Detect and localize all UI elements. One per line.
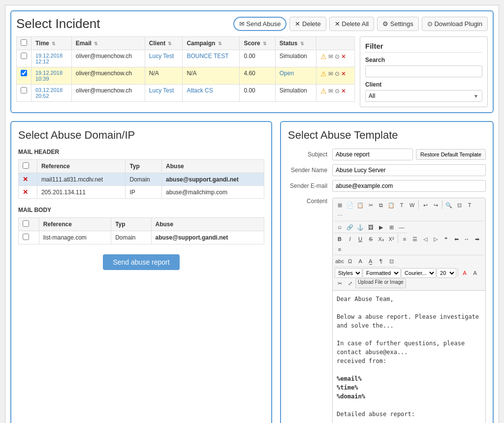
- row2-close-icon[interactable]: ✕: [341, 70, 346, 77]
- row1-status: Simulation: [275, 50, 316, 67]
- dhr1-x-btn[interactable]: ✕: [23, 176, 28, 183]
- row1-campaign-link[interactable]: BOUNCE TEST: [187, 53, 228, 60]
- body-select-all[interactable]: [23, 220, 29, 227]
- editor-content[interactable]: Dear Abuse Team, Below a abuse report. P…: [333, 291, 485, 423]
- subject-input[interactable]: [332, 149, 413, 160]
- anchor-btn[interactable]: ⚓: [355, 222, 365, 232]
- styles-select[interactable]: Styles: [335, 268, 362, 278]
- row1-client: Lucy Test: [145, 50, 183, 67]
- new-btn[interactable]: 📄: [345, 200, 355, 210]
- link-btn[interactable]: 🔗: [345, 222, 355, 232]
- templates-btn[interactable]: 📋: [355, 200, 365, 210]
- row3-checkbox[interactable]: [21, 87, 27, 93]
- download-plugin-button[interactable]: ⊙ Download Plugin: [422, 17, 488, 31]
- domain-col-reference: Reference: [37, 160, 126, 173]
- row3-score: 0.00: [240, 85, 275, 102]
- table-row: 03.12.201820:52 oliver@muenchow.ch Lucy …: [17, 85, 355, 102]
- settings-button[interactable]: ⚙ Settings: [377, 17, 419, 31]
- row1-circle-icon: ⊙: [335, 53, 340, 60]
- row2-action-icons: ⚠ ✉ ⊙ ✕: [320, 70, 350, 78]
- outdent-btn[interactable]: ◁: [420, 234, 430, 244]
- sender-email-input[interactable]: [332, 180, 486, 192]
- italic-btn[interactable]: I: [345, 234, 355, 244]
- upload-btn[interactable]: Upload File or Image: [355, 278, 406, 288]
- delete-button[interactable]: ✕ Delete: [289, 17, 326, 31]
- color-btn[interactable]: A: [355, 256, 365, 266]
- dhr1-abuse-text: abuse@support.gandi.net: [166, 176, 239, 183]
- align-center-btn[interactable]: ↔: [462, 234, 472, 244]
- indent-btn[interactable]: ▷: [431, 234, 441, 244]
- special2-btn[interactable]: ✂: [335, 278, 345, 288]
- blockquote-btn[interactable]: ❝: [441, 234, 451, 244]
- row1-client-link[interactable]: Lucy Test: [149, 53, 174, 60]
- find-btn[interactable]: 🔍: [444, 200, 454, 210]
- select-all-btn[interactable]: ⊡: [454, 200, 464, 210]
- align-right-btn[interactable]: ➡: [472, 234, 482, 244]
- domain-select-all[interactable]: [23, 162, 29, 169]
- restore-default-button[interactable]: Restore Default Template: [416, 149, 486, 160]
- align-left-btn[interactable]: ⬅: [451, 234, 461, 244]
- row1-close-icon[interactable]: ✕: [341, 53, 346, 60]
- spell-btn[interactable]: abc: [335, 256, 345, 266]
- filter-box: Filter Search Client All: [360, 36, 488, 107]
- toolbar-row4: abc Ω A A̲ ¶ ⊡: [334, 256, 397, 267]
- bold-btn[interactable]: B: [335, 234, 345, 244]
- paste-word-btn[interactable]: W: [407, 200, 417, 210]
- hr-btn[interactable]: —: [397, 222, 407, 232]
- remove-format-btn[interactable]: T: [465, 200, 474, 210]
- toolbar-row2: ☺ 🔗 ⚓ 🖼 ▶ ⊞ —: [334, 222, 407, 233]
- delete-all-button[interactable]: ✕ Delete All: [329, 17, 375, 31]
- col-header-checkbox: [17, 37, 32, 50]
- row1-checkbox[interactable]: [21, 53, 27, 59]
- dhr2-x-btn[interactable]: ✕: [23, 188, 28, 196]
- font-color-btn[interactable]: A: [460, 268, 470, 278]
- maximize-btn[interactable]: ⤢: [345, 278, 355, 288]
- search-input[interactable]: [365, 65, 482, 77]
- top-content: Time ⇅ Email ⇅ Client ⇅ Campaign ⇅ Score…: [16, 36, 488, 107]
- sender-name-input[interactable]: [332, 164, 486, 176]
- emoji-btn[interactable]: ☺: [335, 222, 345, 232]
- row2-actions: ⚠ ✉ ⊙ ✕: [316, 67, 354, 85]
- dbr1-checkbox[interactable]: [23, 234, 29, 240]
- select-all-checkbox[interactable]: [21, 39, 27, 46]
- size-select[interactable]: 20: [437, 268, 456, 278]
- format-select[interactable]: Formatted: [363, 268, 401, 278]
- client-select-wrapper: All: [365, 90, 482, 102]
- image-btn[interactable]: 🖼: [366, 222, 376, 232]
- subscript-btn[interactable]: X₂: [376, 234, 386, 244]
- cut-btn[interactable]: ✂: [366, 200, 376, 210]
- show-blocks-btn[interactable]: ⊡: [386, 256, 396, 266]
- row2-checkbox[interactable]: [21, 70, 27, 76]
- tb-sep4: [458, 268, 458, 277]
- col-header-email: Email ⇅: [71, 37, 145, 50]
- undo-btn[interactable]: ↩: [420, 200, 430, 210]
- more-btn[interactable]: ⋯: [335, 211, 345, 220]
- strikethrough-btn[interactable]: S: [366, 234, 376, 244]
- highlight-btn[interactable]: A: [470, 268, 480, 278]
- copy-btn[interactable]: ⧉: [376, 200, 386, 210]
- redo-btn[interactable]: ↪: [431, 200, 441, 210]
- underline-btn[interactable]: U: [355, 234, 365, 244]
- send-abuse-button[interactable]: ✉ Send Abuse: [233, 17, 287, 31]
- paste-text-btn[interactable]: T: [397, 200, 407, 210]
- client-select[interactable]: All: [365, 90, 482, 102]
- source-btn[interactable]: ⊞: [335, 200, 345, 210]
- special-char-btn[interactable]: Ω: [345, 256, 355, 266]
- dhr2-reference: 205.201.134.111: [37, 186, 126, 199]
- bg-color-btn[interactable]: A̲: [366, 256, 376, 266]
- superscript-btn[interactable]: X²: [386, 234, 396, 244]
- font-select[interactable]: Courier...: [401, 268, 436, 278]
- ul-btn[interactable]: ☰: [410, 234, 420, 244]
- ol-btn[interactable]: ≡: [400, 234, 410, 244]
- format2-btn[interactable]: ¶: [376, 256, 386, 266]
- row3-circle-icon: ⊙: [335, 88, 340, 94]
- flash-btn[interactable]: ▶: [376, 222, 386, 232]
- table-btn[interactable]: ⊞: [386, 222, 396, 232]
- row3-close-icon[interactable]: ✕: [341, 88, 346, 94]
- send-abuse-report-button[interactable]: Send abuse report: [103, 254, 179, 270]
- row3-client-link[interactable]: Lucy Test: [149, 87, 174, 94]
- paste-btn[interactable]: 📋: [386, 200, 396, 210]
- col-header-client: Client ⇅: [145, 37, 183, 50]
- row3-campaign-link[interactable]: Attack CS: [187, 87, 213, 94]
- justify-btn[interactable]: ≡: [335, 244, 345, 254]
